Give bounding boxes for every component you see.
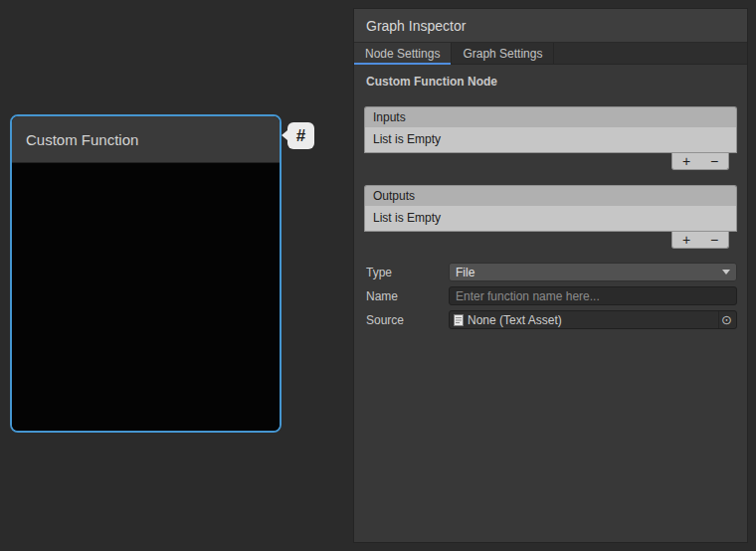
- source-object-value: None (Text Asset): [468, 313, 562, 327]
- outputs-list: Outputs List is Empty + −: [364, 185, 737, 249]
- outputs-list-footer: + −: [364, 232, 737, 249]
- name-row: Name: [366, 286, 737, 305]
- type-dropdown-value: File: [456, 266, 474, 279]
- inputs-list-empty-row: List is Empty: [364, 127, 737, 153]
- inspector-content: Custom Function Node Inputs List is Empt…: [354, 65, 747, 329]
- section-title: Custom Function Node: [354, 65, 747, 106]
- inspector-title: Graph Inspector: [366, 18, 466, 34]
- tab-graph-settings[interactable]: Graph Settings: [452, 43, 554, 64]
- inputs-list-footer-bar: + −: [671, 153, 729, 170]
- graph-canvas[interactable]: Custom Function # Graph Inspector Node S…: [0, 0, 756, 551]
- inputs-list-footer: + −: [364, 153, 737, 170]
- source-label: Source: [366, 313, 449, 327]
- type-dropdown[interactable]: File: [449, 263, 737, 281]
- object-picker-icon[interactable]: ⊙: [718, 311, 734, 328]
- function-name-input[interactable]: [449, 286, 737, 305]
- outputs-add-button[interactable]: +: [673, 233, 699, 248]
- tab-graph-settings-label: Graph Settings: [463, 47, 542, 61]
- inputs-remove-button[interactable]: −: [701, 154, 727, 169]
- source-object-field[interactable]: None (Text Asset) ⊙: [449, 310, 737, 329]
- name-label: Name: [366, 289, 449, 303]
- outputs-list-empty-row: List is Empty: [364, 206, 737, 232]
- hash-badge-label: #: [296, 126, 305, 146]
- tab-node-settings[interactable]: Node Settings: [354, 43, 452, 64]
- inputs-add-button[interactable]: +: [673, 154, 699, 169]
- custom-function-node[interactable]: Custom Function: [10, 114, 282, 433]
- source-row: Source None (Text Asset) ⊙: [366, 310, 737, 329]
- tab-node-settings-label: Node Settings: [365, 47, 440, 61]
- graph-inspector-panel: Graph Inspector Node Settings Graph Sett…: [353, 8, 748, 543]
- inspector-header[interactable]: Graph Inspector: [354, 9, 747, 43]
- node-settings-form: Type File Name Source: [354, 263, 747, 329]
- text-asset-icon: [454, 314, 464, 326]
- type-label: Type: [366, 266, 449, 279]
- node-title: Custom Function: [26, 131, 138, 148]
- inspector-tab-bar: Node Settings Graph Settings: [354, 43, 747, 65]
- outputs-list-header[interactable]: Outputs: [364, 185, 737, 206]
- node-preview-body: [12, 163, 280, 433]
- inputs-list-header[interactable]: Inputs: [364, 106, 737, 127]
- hash-badge-icon: #: [287, 122, 314, 149]
- outputs-list-footer-bar: + −: [671, 232, 729, 249]
- outputs-remove-button[interactable]: −: [701, 233, 727, 248]
- node-header[interactable]: Custom Function: [12, 116, 280, 163]
- inputs-list: Inputs List is Empty + −: [364, 106, 737, 170]
- type-row: Type File: [366, 263, 737, 281]
- chevron-down-icon: [722, 270, 730, 275]
